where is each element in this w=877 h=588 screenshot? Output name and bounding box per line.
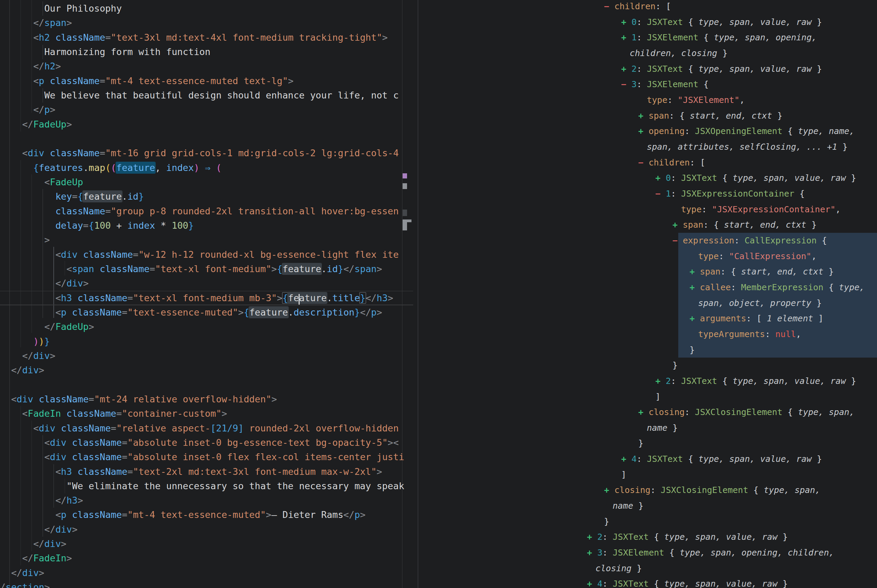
code-line[interactable]: </p>	[0, 102, 404, 117]
ast-line[interactable]: + 4: JSXText { type, span, value, raw }	[621, 451, 822, 467]
collapse-icon[interactable]: −	[638, 158, 643, 168]
code-line[interactable]: key={feature.id}	[0, 189, 404, 204]
collapse-icon[interactable]: −	[655, 189, 661, 199]
code-line[interactable]: </div>	[0, 363, 404, 377]
code-line[interactable]: Harmonizing form with function	[0, 45, 404, 59]
ast-line[interactable]: + 4: JSXText { type, span, value, raw }	[587, 576, 788, 588]
ast-line[interactable]: + 0: JSXText { type, span, value, raw }	[655, 170, 856, 186]
code-editor-pane[interactable]: Our Philosophy </span> <h2 className="te…	[0, 0, 413, 588]
ast-line[interactable]: name }	[613, 498, 643, 514]
code-line[interactable]: <FadeIn className="container-custom">	[0, 406, 404, 421]
expand-icon[interactable]: +	[621, 454, 626, 464]
code-line[interactable]: <div className="mt-24 relative overflow-…	[0, 392, 404, 406]
code-line[interactable]: <div className="absolute inset-0 bg-esse…	[0, 435, 404, 450]
ast-line[interactable]: type: "JSXElement",	[647, 92, 745, 108]
ast-line[interactable]: span, object, property }	[698, 296, 821, 311]
ast-line[interactable]: + 2: JSXText { type, span, value, raw }	[655, 373, 856, 389]
code-line[interactable]: <div className="w-12 h-12 rounded-xl bg-…	[0, 248, 404, 262]
collapse-icon[interactable]: −	[604, 2, 609, 11]
code-line[interactable]: <FadeUp	[0, 175, 404, 189]
ast-line[interactable]: + callee: MemberExpression { type,	[689, 280, 865, 296]
code-line[interactable]: className="group p-8 rounded-2xl transit…	[0, 204, 404, 219]
ast-line[interactable]: span, attributes, selfClosing, ... +1 }	[647, 139, 848, 155]
code-line[interactable]: </div>	[0, 349, 404, 363]
expand-icon[interactable]: +	[587, 579, 592, 588]
ast-line[interactable]: − children: [	[604, 0, 671, 14]
code-line[interactable]: We believe that beautiful design should …	[0, 88, 404, 102]
ast-line[interactable]: }	[689, 342, 695, 358]
code-line[interactable]: delay={100 + index * 100}	[0, 219, 404, 233]
code-line[interactable]: </div>	[0, 566, 404, 580]
code-line[interactable]: </FadeUp>	[0, 117, 404, 132]
code-line[interactable]	[0, 132, 404, 146]
collapse-icon[interactable]: −	[673, 236, 677, 246]
code-line[interactable]: <div className="mt-16 grid grid-cols-1 m…	[0, 146, 404, 160]
collapse-icon[interactable]: −	[621, 79, 626, 89]
code-line[interactable]: <h3 className="text-2xl md:text-3xl font…	[0, 465, 404, 479]
ast-line[interactable]: type: "CallExpression",	[698, 249, 817, 264]
expand-icon[interactable]: +	[689, 282, 695, 292]
ast-line[interactable]: + closing: JSXClosingElement { type, spa…	[638, 404, 854, 420]
code-line[interactable]: </span>	[0, 16, 404, 30]
code-line[interactable]: </FadeUp>	[0, 320, 404, 334]
ast-line[interactable]: ]	[655, 389, 661, 405]
ast-line[interactable]: + 2: JSXText { type, span, value, raw }	[621, 61, 822, 77]
ast-line[interactable]: + 0: JSXText { type, span, value, raw }	[621, 14, 822, 30]
code-line[interactable]: </h3>	[0, 493, 404, 508]
code-text[interactable]: Our Philosophy </span> <h2 className="te…	[0, 2, 404, 588]
code-line[interactable]: </FadeIn>	[0, 551, 404, 566]
expand-icon[interactable]: +	[621, 64, 626, 74]
ast-line[interactable]: ]	[621, 467, 626, 483]
code-line[interactable]: "We eliminate the unnecessary so that th…	[0, 479, 404, 493]
expand-icon[interactable]: +	[689, 314, 695, 323]
ast-line[interactable]: children, closing }	[630, 45, 728, 61]
code-line[interactable]: </div>	[0, 522, 404, 537]
ast-line[interactable]: + 2: JSXText { type, span, value, raw }	[587, 529, 788, 545]
ast-line[interactable]: − expression: CallExpression {	[673, 233, 827, 249]
code-line[interactable]: <p className="mt-4 text-essence-muted te…	[0, 74, 404, 88]
ast-line[interactable]: + span: { start, end, ctxt }	[638, 108, 782, 124]
ast-line[interactable]: + 3: JSXElement { type, span, opening, c…	[587, 545, 834, 561]
code-line[interactable]: ))}	[0, 334, 404, 349]
ast-line[interactable]: − 1: JSXExpressionContainer {	[655, 186, 805, 202]
code-line[interactable]	[0, 378, 404, 392]
expand-icon[interactable]: +	[621, 17, 626, 27]
code-line[interactable]: <p className="mt-4 text-essence-muted">—…	[0, 508, 404, 522]
expand-icon[interactable]: +	[655, 173, 661, 183]
ast-line[interactable]: closing }	[596, 561, 642, 576]
ast-line[interactable]: − 3: JSXElement {	[621, 76, 709, 92]
expand-icon[interactable]: +	[638, 111, 643, 121]
expand-icon[interactable]: +	[655, 376, 661, 386]
expand-icon[interactable]: +	[587, 532, 592, 542]
code-line[interactable]: </h2>	[0, 59, 404, 74]
ast-line[interactable]: + span: { start, end, ctxt }	[673, 217, 817, 233]
code-line[interactable]: <h2 className="text-3xl md:text-4xl font…	[0, 30, 404, 45]
ast-line[interactable]: name }	[647, 420, 677, 436]
ast-line[interactable]: }	[638, 435, 643, 451]
code-line[interactable]: Our Philosophy	[0, 2, 404, 16]
code-line[interactable]: {features.map((feature, index) ⇒ (	[0, 160, 404, 175]
code-line[interactable]: /section>	[0, 580, 404, 588]
code-line[interactable]: <div className="relative aspect-[21/9] r…	[0, 421, 404, 435]
ast-line[interactable]: + opening: JSXOpeningElement { type, nam…	[638, 123, 854, 139]
ast-line[interactable]: }	[604, 514, 609, 530]
ast-line[interactable]: + closing: JSXClosingElement { type, spa…	[604, 482, 820, 498]
ast-line[interactable]: typeArguments: null,	[698, 327, 801, 342]
code-line[interactable]: <p className="text-essence-muted">{featu…	[0, 305, 404, 320]
expand-icon[interactable]: +	[621, 33, 626, 42]
ast-line[interactable]: }	[673, 358, 677, 373]
code-line[interactable]: <div className="absolute inset-0 flex fl…	[0, 450, 404, 464]
code-line[interactable]: </div>	[0, 537, 404, 551]
code-line[interactable]: </div>	[0, 276, 404, 291]
expand-icon[interactable]: +	[587, 548, 592, 558]
code-line[interactable]: >	[0, 233, 404, 247]
ast-line[interactable]: + 1: JSXElement { type, span, opening,	[621, 30, 817, 45]
expand-icon[interactable]: +	[638, 126, 643, 136]
expand-icon[interactable]: +	[604, 485, 609, 495]
code-line[interactable]: <span className="text-xl font-medium">{f…	[0, 262, 404, 276]
code-line[interactable]: <h3 className="text-xl font-medium mb-3"…	[0, 291, 404, 305]
ast-line[interactable]: type: "JSXExpressionContainer",	[681, 202, 841, 218]
expand-icon[interactable]: +	[638, 407, 643, 417]
ast-line[interactable]: − children: [	[638, 155, 705, 171]
ast-line[interactable]: + span: { start, end, ctxt }	[689, 264, 834, 280]
